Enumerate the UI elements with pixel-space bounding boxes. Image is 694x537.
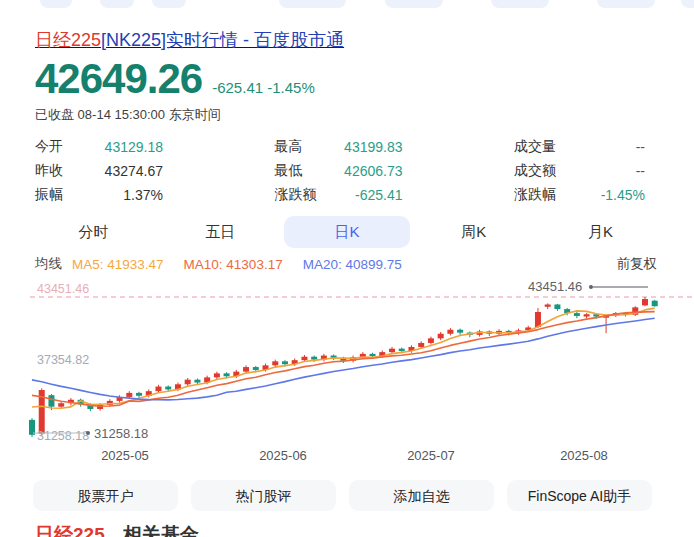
candle-body [389,349,395,352]
footer-section-label: 相关基金 [123,524,199,537]
tab-五日[interactable]: 五日 [157,216,284,248]
ma-prefix-label: 均线 [35,255,62,273]
candle-body [554,304,560,309]
high-callout-label: 43451.46 [528,279,582,294]
action-button[interactable]: 股票开户 [33,480,178,511]
quote-field-value: -- [636,163,645,179]
y-label-mid: 37354.82 [37,353,89,367]
top-pill-button[interactable] [385,0,443,8]
candle-body [457,330,463,333]
quote-field-label: 涨跌额 [275,186,317,204]
high-callout-dot [589,285,593,289]
tab-分时[interactable]: 分时 [30,216,157,248]
tab-日K[interactable]: 日K [284,216,411,248]
candle-body [545,304,551,306]
top-pill-button[interactable] [40,0,72,8]
quote-field-value: -1.45% [601,187,645,203]
chart-canvas: 43451.4637354.8231258.1831258.1843451.46 [0,278,694,450]
quote-field: 成交量-- [514,135,645,159]
ma-items: MA5: 41933.47MA10: 41303.17MA20: 40899.7… [72,257,422,272]
candle-body [214,373,220,377]
adjust-mode-toggle[interactable]: 前复权 [617,255,658,273]
low-callout-label: 31258.18 [94,426,148,441]
candle-body [155,387,161,392]
candle-body [224,373,230,376]
top-pill-button[interactable] [681,0,694,8]
candle-body [58,403,64,406]
x-axis-labels: 2025-052025-062025-072025-08 [0,448,694,464]
stock-quote-page: 日经225[NK225]实时行情 - 百度股市通 42649.26 -625.4… [0,0,694,537]
action-button[interactable]: FinScope AI助手 [507,480,652,511]
top-pill-button[interactable] [279,0,346,8]
x-axis-label: 2025-08 [560,448,608,463]
quote-field-label: 今开 [35,138,63,156]
low-callout-dot [86,431,90,435]
candlestick-chart[interactable]: 43451.4637354.8231258.1831258.1843451.46 [0,278,694,450]
candle-body [418,343,424,347]
candle-body [272,361,278,365]
x-axis-label: 2025-05 [101,448,149,463]
top-pill-button[interactable] [597,0,655,8]
quote-field: 今开43129.18 [35,135,163,159]
candle-body [428,338,434,343]
quote-field-value: 43199.83 [344,139,402,155]
candle-body [243,367,249,372]
current-price: 42649.26 [35,57,202,101]
candle-body [370,354,376,356]
tab-周K[interactable]: 周K [410,216,537,248]
top-pill-button[interactable] [152,0,186,8]
action-buttons: 股票开户热门股评添加自选FinScope AI助手 [33,480,652,511]
quote-field-label: 涨跌幅 [514,186,556,204]
quote-field-label: 最高 [275,138,303,156]
candle-body [652,301,658,307]
quote-field-label: 昨收 [35,162,63,180]
candle-body [438,334,444,339]
quote-field-value: 42606.73 [344,163,402,179]
quote-grid: 今开43129.18昨收43274.67振幅1.37%最高43199.83最低4… [35,135,645,207]
title-stock-name: 日经225 [35,30,101,50]
candle-body [253,367,259,370]
title-link[interactable]: 日经225[NK225]实时行情 - 百度股市通 [35,30,344,50]
candle-body [311,357,317,360]
action-button[interactable]: 添加自选 [349,480,494,511]
tab-月K[interactable]: 月K [537,216,664,248]
candle-body [399,349,405,351]
candle-body [165,387,171,390]
next-section-heading: 日经225相关基金 [35,522,199,537]
y-label-high: 43451.46 [37,282,89,296]
quote-field-value: 43129.18 [105,139,163,155]
price-change: -625.41 -1.45% [212,79,315,96]
candle-body [447,330,453,334]
ma-legend-item: MA10: 41303.17 [184,257,283,272]
quote-field-value: -625.41 [355,187,402,203]
quote-field-label: 最低 [275,162,303,180]
ma-legend-item: MA5: 41933.47 [72,257,164,272]
quote-field-value: 43274.67 [105,163,163,179]
footer-stock-name: 日经225 [35,524,105,537]
page-title: 日经225[NK225]实时行情 - 百度股市通 [35,28,344,52]
x-axis-label: 2025-07 [407,448,455,463]
ma-legend-row: 均线 MA5: 41933.47MA10: 41303.17MA20: 4089… [35,255,657,273]
quote-field: 涨跌幅-1.45% [514,183,645,207]
quote-field: 涨跌额-625.41 [275,183,403,207]
action-button[interactable]: 热门股评 [191,480,336,511]
market-status: 已收盘 08-14 15:30:00 东京时间 [35,106,221,124]
candle-body [584,314,590,316]
y-label-low: 31258.18 [37,429,89,443]
quote-field-label: 振幅 [35,186,63,204]
quote-field: 振幅1.37% [35,183,163,207]
quote-field-value: 1.37% [123,187,163,203]
title-rest: [NK225]实时行情 - 百度股市通 [101,30,344,50]
top-pill-button[interactable] [100,0,134,8]
ma-legend-item: MA20: 40899.75 [303,257,402,272]
candle-body [301,357,307,360]
candle-body [535,312,541,327]
top-pill-button[interactable] [491,0,549,8]
candle-body [126,393,132,397]
quote-field-label: 成交量 [514,138,556,156]
candle-body [642,299,648,305]
quote-field-label: 成交额 [514,162,556,180]
price-row: 42649.26 -625.41 -1.45% [35,57,315,101]
candle-body [185,380,191,385]
quote-field: 成交额-- [514,159,645,183]
